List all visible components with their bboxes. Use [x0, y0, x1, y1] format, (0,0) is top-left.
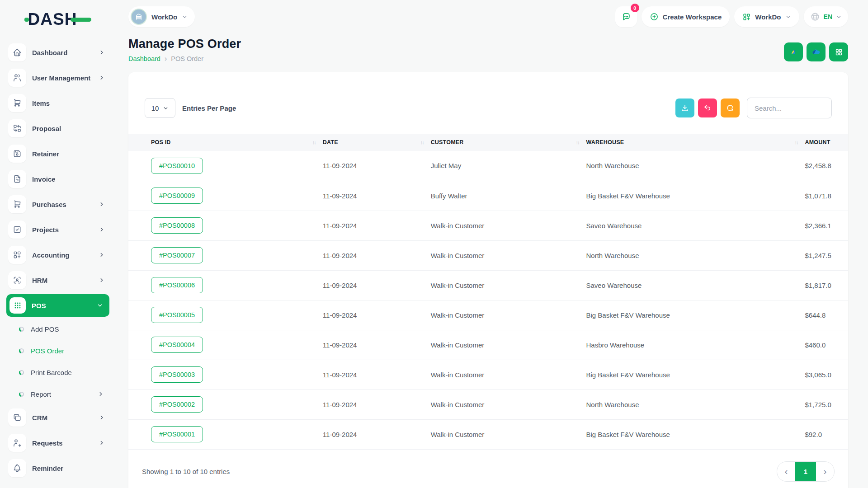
sidebar-subitem-label: Add POS [31, 325, 59, 333]
checkbox-icon [8, 221, 26, 239]
sidebar-item-invoice[interactable]: Invoice [6, 166, 109, 192]
bell-icon [8, 459, 26, 477]
pos-id-link[interactable]: #POS00009 [151, 188, 203, 204]
sidebar-item-hrm[interactable]: HRM [6, 267, 109, 293]
sidebar-subitem-pos-order[interactable]: POS Order [6, 340, 109, 361]
pos-id-link[interactable]: #POS00003 [151, 366, 203, 383]
pos-id-link[interactable]: #POS00006 [151, 277, 203, 293]
sidebar-item-retainer[interactable]: Retainer [6, 141, 109, 166]
refresh-button[interactable] [721, 99, 740, 117]
grid-view-button[interactable] [829, 42, 848, 61]
undo-icon [703, 104, 712, 112]
sort-icon[interactable]: ↑↓ [312, 140, 316, 145]
breadcrumb: Dashboard › POS Order [128, 55, 241, 62]
breadcrumb-separator: › [165, 55, 167, 62]
entries-per-page-label: Entries Per Page [182, 104, 236, 112]
grid-icon [835, 48, 843, 56]
sidebar-subitem-add-pos[interactable]: Add POS [6, 318, 109, 340]
sort-icon[interactable]: ↑↓ [576, 140, 579, 145]
reset-button[interactable] [698, 99, 717, 117]
sidebar-subitem-report[interactable]: Report [6, 383, 109, 405]
pos-id-link[interactable]: #POS00004 [151, 337, 203, 353]
chevron-right-icon [99, 440, 105, 446]
column-header-customer[interactable]: CUSTOMER↑↓ [431, 134, 586, 151]
pos-id-link[interactable]: #POS00010 [151, 158, 203, 174]
amount-cell: $1,817.0 [805, 270, 848, 300]
warehouse-cell: North Warehouse [586, 151, 805, 181]
sidebar-subitem-print-barcode[interactable]: Print Barcode [6, 361, 109, 383]
grid-plus-icon [742, 13, 751, 21]
sidebar-item-reminder[interactable]: Reminder [6, 455, 109, 481]
chevron-right-icon [99, 414, 105, 421]
sidebar-item-proposal[interactable]: Proposal [6, 116, 109, 141]
page-header: Manage POS Order Dashboard › POS Order [128, 37, 848, 62]
amount-cell: $1,725.0 [805, 389, 848, 419]
customer-cell: Juliet May [431, 151, 586, 181]
sidebar-item-label: Proposal [32, 125, 61, 132]
sort-icon[interactable]: ↑↓ [420, 140, 424, 145]
google-drive-icon [789, 47, 798, 56]
search-input[interactable] [747, 98, 832, 118]
messages-button[interactable]: 0 [615, 6, 637, 27]
warehouse-cell: Big Basket F&V Warehouse [586, 300, 805, 330]
entries-per-page-select[interactable]: 10 [145, 98, 175, 118]
amount-cell: $460.0 [805, 330, 848, 360]
page-title: Manage POS Order [128, 37, 241, 51]
customer-cell: Walk-in Customer [431, 300, 586, 330]
onedrive-icon [811, 47, 821, 57]
dash-logo[interactable]: DASH [6, 6, 109, 33]
sort-icon[interactable]: ↑↓ [794, 140, 797, 145]
file-invoice-icon [8, 170, 26, 188]
users-icon [8, 69, 26, 87]
chevron-right-icon [98, 391, 104, 397]
column-header-date[interactable]: DATE↑↓ [323, 134, 431, 151]
pos-id-link[interactable]: #POS00008 [151, 217, 203, 234]
warehouse-cell: Big Basket F&V Warehouse [586, 181, 805, 211]
column-header-amount[interactable]: AMOUNT [805, 134, 848, 151]
pos-id-link[interactable]: #POS00002 [151, 396, 203, 413]
sidebar-item-accounting[interactable]: Accounting [6, 242, 109, 267]
table-row: #POS00009 11-09-2024 Buffy Walter Big Ba… [128, 181, 848, 211]
sidebar-item-purchases[interactable]: Purchases [6, 192, 109, 217]
export-button[interactable] [675, 99, 694, 117]
sidebar-item-pos[interactable]: POS [6, 294, 109, 317]
sidebar-subitem-label: POS Order [31, 347, 64, 355]
pos-id-link[interactable]: #POS00001 [151, 426, 203, 442]
breadcrumb-dashboard-link[interactable]: Dashboard [128, 55, 160, 62]
chevron-right-icon [99, 252, 105, 258]
column-header-warehouse[interactable]: WAREHOUSE↑↓ [586, 134, 805, 151]
table-row: #POS00002 11-09-2024 Walk-in Customer No… [128, 389, 848, 419]
google-drive-button[interactable] [784, 42, 803, 61]
language-selector[interactable]: EN [804, 6, 848, 27]
date-cell: 11-09-2024 [323, 419, 431, 449]
pos-id-link[interactable]: #POS00005 [151, 307, 203, 323]
sidebar-item-projects[interactable]: Projects [6, 217, 109, 242]
pagination-prev-button[interactable]: ‹ [777, 462, 795, 481]
sidebar-item-label: User Management [32, 74, 90, 82]
amount-cell: $2,458.8 [805, 151, 848, 181]
pagination-next-button[interactable]: › [816, 462, 834, 481]
workspace-switcher[interactable]: WorkDo [128, 6, 195, 27]
create-workspace-button[interactable]: Create Workspace [642, 6, 730, 27]
sidebar-item-label: Dashboard [32, 49, 67, 56]
onedrive-button[interactable] [807, 42, 826, 61]
pagination-page-1[interactable]: 1 [795, 462, 816, 481]
sidebar-item-user-management[interactable]: User Management [6, 65, 109, 90]
sidebar-item-requests[interactable]: Requests [6, 430, 109, 455]
logo-text: DASH [28, 10, 77, 29]
pos-id-link[interactable]: #POS00007 [151, 247, 203, 263]
language-code: EN [824, 13, 832, 20]
chat-bubble-icon [621, 12, 631, 22]
workspace-menu-button[interactable]: WorkDo [734, 6, 799, 27]
sidebar-item-label: Projects [32, 226, 59, 234]
chevron-right-icon [99, 49, 105, 56]
sidebar-item-crm[interactable]: CRM [6, 405, 109, 430]
plus-circle-icon [650, 12, 659, 21]
column-header-pos-id[interactable]: POS ID↑↓ [128, 134, 323, 151]
home-icon [8, 43, 26, 61]
replace-icon [8, 119, 26, 137]
sidebar-item-items[interactable]: Items [6, 90, 109, 116]
sidebar-item-dashboard[interactable]: Dashboard [6, 40, 109, 65]
sidebar-item-label: Requests [32, 439, 63, 447]
date-cell: 11-09-2024 [323, 389, 431, 419]
